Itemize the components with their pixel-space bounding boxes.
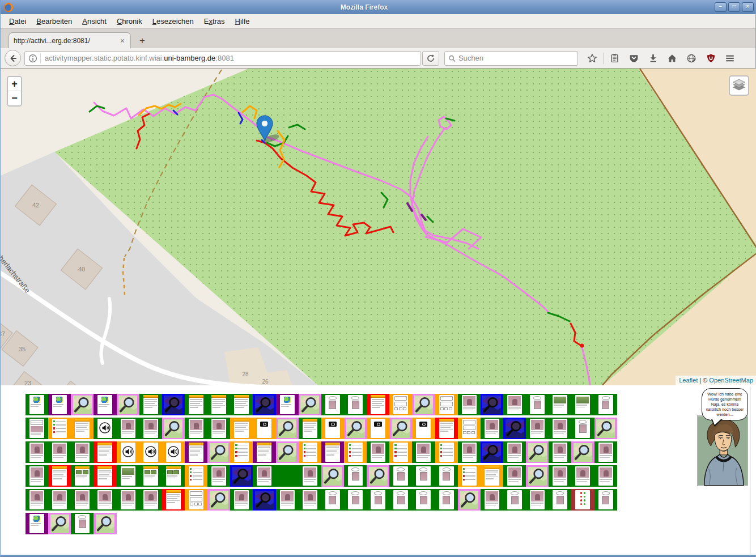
timeline-tile-comic[interactable] <box>435 465 458 487</box>
timeline-tile-map[interactable] <box>571 441 594 463</box>
timeline-tile-photo[interactable] <box>549 418 571 439</box>
timeline-tile-photo[interactable] <box>185 418 207 439</box>
timeline-tile-map[interactable] <box>367 465 389 487</box>
timeline-tile-logo[interactable] <box>276 394 299 415</box>
close-button[interactable]: × <box>742 2 754 12</box>
timeline-tile-hearts[interactable] <box>571 489 594 511</box>
timeline-tile-logo[interactable] <box>26 394 48 415</box>
maximize-button[interactable]: □ <box>728 2 740 12</box>
timeline-tile-mapdark[interactable] <box>253 394 275 415</box>
timeline-tile-photo[interactable] <box>594 465 617 487</box>
timeline-tile-frames[interactable] <box>435 394 458 415</box>
timeline-tile-header[interactable] <box>253 441 275 463</box>
timeline-tile-header[interactable] <box>321 441 344 463</box>
timeline-tile-photo[interactable] <box>139 489 162 511</box>
leaflet-link[interactable]: Leaflet <box>679 377 698 384</box>
timeline-tile-comic[interactable] <box>389 489 412 511</box>
new-tab-button[interactable]: + <box>135 35 149 47</box>
timeline-tile-photo[interactable] <box>48 489 71 511</box>
timeline-tile-image[interactable] <box>571 394 594 415</box>
timeline-tile-photo[interactable] <box>503 465 526 487</box>
timeline-tile-camera[interactable] <box>253 418 275 439</box>
openstreetmap-link[interactable]: OpenStreetMap <box>709 377 753 384</box>
timeline-tile-checklist[interactable] <box>185 465 207 487</box>
site-info-icon[interactable] <box>28 54 37 63</box>
menu-datei[interactable]: Datei <box>4 15 31 27</box>
timeline-tile-map[interactable] <box>594 418 617 439</box>
timeline-tile-photo[interactable] <box>117 418 139 439</box>
timeline-tile-header[interactable] <box>185 441 207 463</box>
ublock-icon[interactable] <box>701 50 720 66</box>
timeline-tile-photo[interactable] <box>458 394 481 415</box>
timeline-tile-mapdark[interactable] <box>481 394 503 415</box>
timeline-tile-map[interactable] <box>94 513 116 534</box>
timeline-tile-comic[interactable] <box>412 489 435 511</box>
timeline-tile-photo[interactable] <box>207 465 230 487</box>
timeline-tile-comic[interactable] <box>549 489 571 511</box>
timeline-tile-header[interactable] <box>299 418 321 439</box>
timeline-tile-checklist[interactable] <box>299 441 321 463</box>
timeline-tile-logo[interactable] <box>26 513 48 534</box>
timeline-tile-map[interactable] <box>207 489 230 511</box>
star-icon[interactable] <box>583 50 602 66</box>
timeline-tile-map[interactable] <box>48 513 71 534</box>
timeline-tile-photo[interactable] <box>117 489 139 511</box>
pocket-icon[interactable] <box>624 50 643 66</box>
url-bar[interactable]: activitymapper.static.potato.kinf.wiai.u… <box>24 51 421 66</box>
home-icon[interactable] <box>662 50 682 66</box>
timeline-tile-speaker[interactable] <box>117 441 139 463</box>
timeline-tile-checklist[interactable] <box>435 441 458 463</box>
timeline-tile-photo[interactable] <box>549 465 571 487</box>
timeline-tile-photo[interactable] <box>481 418 503 439</box>
timeline-tile-comic[interactable] <box>594 489 617 511</box>
timeline-tile-photo[interactable] <box>412 441 435 463</box>
timeline-tile-photo[interactable] <box>26 489 48 511</box>
timeline-tile-camera[interactable] <box>367 418 389 439</box>
menu-bearbeiten[interactable]: Bearbeiten <box>31 15 77 27</box>
timeline-tile-map[interactable] <box>162 418 185 439</box>
timeline-tile-map[interactable] <box>321 465 344 487</box>
timeline-tile-header[interactable] <box>230 394 253 415</box>
timeline-tile-photo[interactable] <box>503 441 526 463</box>
back-button[interactable] <box>5 50 21 66</box>
globe-icon[interactable] <box>682 50 701 66</box>
browser-tab[interactable]: http://activi...erg.de:8081/ × <box>9 32 131 49</box>
timeline-tile-photo[interactable] <box>71 441 94 463</box>
timeline-tile-map[interactable] <box>344 418 367 439</box>
timeline-tile-mapdark[interactable] <box>162 394 185 415</box>
timeline-tile-photo[interactable] <box>48 441 71 463</box>
timeline-tile-comic[interactable] <box>367 489 389 511</box>
timeline-tile-comic[interactable] <box>344 394 367 415</box>
timeline-tile-photo[interactable] <box>503 394 526 415</box>
timeline-tile-map[interactable] <box>389 418 412 439</box>
timeline-tile-map[interactable] <box>276 441 299 463</box>
timeline-tile-checklist[interactable] <box>48 418 71 439</box>
timeline-tile-map[interactable] <box>412 394 435 415</box>
timeline-tile-comic[interactable] <box>321 489 344 511</box>
menu-chronik[interactable]: Chronik <box>112 15 147 27</box>
timeline-tile-comic[interactable] <box>435 489 458 511</box>
timeline-tile-photo[interactable] <box>571 465 594 487</box>
timeline-tile-photo[interactable] <box>299 465 321 487</box>
timeline-tile-checklist[interactable] <box>458 465 481 487</box>
timeline-tile-frames[interactable] <box>389 394 412 415</box>
timeline-tile-header[interactable] <box>481 465 503 487</box>
search-bar[interactable] <box>444 51 578 66</box>
timeline-tile-comic[interactable] <box>344 465 367 487</box>
timeline-tile-photo[interactable] <box>367 441 389 463</box>
leaflet-map[interactable]: 42403537232826Scherlachstraße + − Leafle… <box>1 69 756 385</box>
menu-icon[interactable] <box>720 50 740 66</box>
timeline-tile-camera[interactable] <box>412 418 435 439</box>
timeline-tile-images[interactable] <box>71 465 94 487</box>
timeline-tile-photo[interactable] <box>71 489 94 511</box>
timeline-tile-header[interactable] <box>207 394 230 415</box>
timeline-tile-photo[interactable] <box>549 441 571 463</box>
timeline-tile-photo[interactable] <box>253 465 275 487</box>
timeline-tile-header[interactable] <box>185 394 207 415</box>
timeline-tile-comic[interactable] <box>321 394 344 415</box>
timeline-tile-photo[interactable] <box>526 489 549 511</box>
timeline-tile-photo[interactable] <box>26 441 48 463</box>
menu-extras[interactable]: Extras <box>199 15 230 27</box>
timeline-tile-photo[interactable] <box>26 465 48 487</box>
timeline-tile-images[interactable] <box>162 465 185 487</box>
